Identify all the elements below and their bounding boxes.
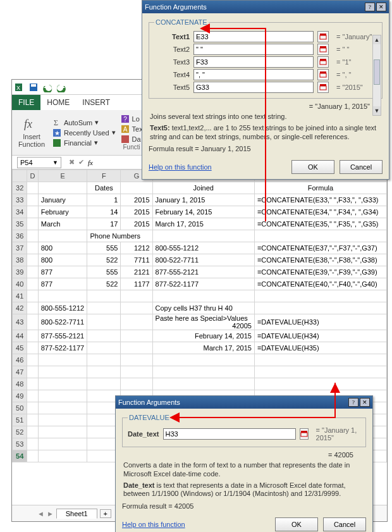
scroll-up-icon[interactable]: ▲ bbox=[373, 35, 381, 44]
col-header-D[interactable]: D bbox=[27, 170, 38, 182]
cell[interactable]: 877-522-1177 bbox=[152, 278, 254, 290]
cell[interactable]: 555 bbox=[87, 242, 121, 254]
cell[interactable]: Phone Numbers bbox=[87, 230, 152, 242]
col-header-F[interactable]: F bbox=[87, 170, 121, 182]
range-picker-icon[interactable] bbox=[317, 56, 329, 68]
row-header[interactable]: 41 bbox=[13, 290, 27, 302]
cell[interactable]: January bbox=[38, 194, 87, 206]
row-header[interactable]: 48 bbox=[13, 378, 27, 390]
close-icon[interactable]: ✕ bbox=[360, 398, 370, 407]
cell[interactable]: =CONCATENATE(E37,"-",F37,"-",G37) bbox=[254, 242, 386, 254]
ok-button[interactable]: OK bbox=[291, 160, 334, 174]
row-header[interactable]: 53 bbox=[13, 438, 27, 450]
cell[interactable]: 2015 bbox=[121, 218, 152, 230]
cell[interactable]: February 14, 2015 bbox=[152, 330, 254, 342]
row-header[interactable]: 52 bbox=[13, 426, 27, 438]
row-header[interactable]: 40 bbox=[13, 278, 27, 290]
args-scrollbar[interactable]: ▲▼ bbox=[372, 35, 381, 116]
cell[interactable]: =CONCATENATE(E38,"-",F38,"-",G38) bbox=[254, 254, 386, 266]
cell[interactable]: 877-555-2121 bbox=[152, 266, 254, 278]
redo-icon[interactable] bbox=[56, 82, 66, 92]
text3-input[interactable] bbox=[193, 56, 314, 68]
cell[interactable]: =CONCATENATE(E35," ",F35,", ",G35) bbox=[254, 218, 386, 230]
cell[interactable]: January 1, 2015 bbox=[152, 194, 254, 206]
ok-button[interactable]: OK bbox=[275, 517, 318, 531]
row-header[interactable]: 44 bbox=[13, 330, 27, 342]
range-picker-icon[interactable] bbox=[317, 31, 329, 42]
range-picker-icon[interactable] bbox=[317, 44, 329, 55]
recently-used-button[interactable]: ★Recently Used ▾ bbox=[52, 128, 116, 137]
cell[interactable]: 1 bbox=[87, 194, 121, 206]
cell[interactable]: 877 bbox=[38, 266, 87, 278]
cancel-button[interactable]: Cancel bbox=[323, 517, 366, 531]
range-picker-icon[interactable] bbox=[317, 82, 329, 93]
financial-button[interactable]: Financial ▾ bbox=[52, 139, 116, 147]
row-header[interactable]: 36 bbox=[13, 230, 27, 242]
cell[interactable]: 17 bbox=[87, 218, 121, 230]
save-icon[interactable] bbox=[28, 82, 39, 92]
cell[interactable]: Joined bbox=[152, 182, 254, 194]
cell[interactable]: February bbox=[38, 206, 87, 218]
cell[interactable]: 800 bbox=[38, 254, 87, 266]
add-sheet-button[interactable]: + bbox=[100, 509, 111, 518]
help-icon[interactable]: ? bbox=[365, 3, 375, 11]
cell[interactable]: 800-522-7711 bbox=[152, 254, 254, 266]
cell[interactable]: 800-555-1212 bbox=[38, 302, 87, 314]
cell[interactable]: March 17, 2015 bbox=[152, 342, 254, 354]
tab-insert[interactable]: INSERT bbox=[76, 95, 116, 110]
cell[interactable]: 1177 bbox=[121, 278, 152, 290]
cell[interactable]: 1212 bbox=[121, 242, 152, 254]
row-header[interactable]: 35 bbox=[13, 218, 27, 230]
cell[interactable]: February 14, 2015 bbox=[152, 206, 254, 218]
close-icon[interactable]: ✕ bbox=[376, 3, 386, 11]
cell[interactable]: 877-522-1177 bbox=[38, 342, 87, 354]
cell[interactable]: 800-522-7711 bbox=[38, 314, 87, 330]
sheet-nav-prev-icon[interactable]: ◄ bbox=[37, 510, 44, 517]
cell[interactable]: =DATEVALUE(H33) bbox=[254, 314, 386, 330]
row-header[interactable]: 34 bbox=[13, 206, 27, 218]
text4-input[interactable] bbox=[193, 69, 314, 80]
insert-function-button[interactable]: fx Insert Function bbox=[16, 113, 47, 152]
cell[interactable]: =CONCATENATE(E33," ",F33,", ",G33) bbox=[254, 194, 386, 206]
cell[interactable]: =CONCATENATE(E40,"-",F40,"-",G40) bbox=[254, 278, 386, 290]
col-header-E[interactable]: E bbox=[38, 170, 87, 182]
cell[interactable]: 2015 bbox=[121, 206, 152, 218]
row-header[interactable]: 54 bbox=[13, 450, 27, 462]
cell[interactable]: 877 bbox=[38, 278, 87, 290]
row-header[interactable]: 32 bbox=[13, 182, 27, 194]
row-header[interactable]: 50 bbox=[13, 402, 27, 414]
row-header[interactable]: 51 bbox=[13, 414, 27, 426]
autosum-button[interactable]: ΣAutoSum ▾ bbox=[52, 118, 116, 127]
cell[interactable]: Formula bbox=[254, 182, 386, 194]
tab-file[interactable]: FILE bbox=[12, 95, 40, 110]
row-header[interactable]: 47 bbox=[13, 366, 27, 378]
cell[interactable]: 2015 bbox=[121, 194, 152, 206]
accept-entry-icon[interactable]: ✔ bbox=[78, 158, 84, 166]
row-header[interactable]: 46 bbox=[13, 354, 27, 366]
cell[interactable]: March bbox=[38, 218, 87, 230]
scroll-thumb[interactable] bbox=[374, 59, 380, 85]
cell[interactable]: Copy cells H37 thru H 40 bbox=[152, 302, 254, 314]
row-header[interactable]: 42 bbox=[13, 302, 27, 314]
text2-input[interactable] bbox=[193, 44, 314, 55]
row-header[interactable]: 45 bbox=[13, 342, 27, 354]
cell[interactable]: March 17, 2015 bbox=[152, 218, 254, 230]
cell[interactable]: =CONCATENATE(E39,"-",F39,"-",G39) bbox=[254, 266, 386, 278]
row-header[interactable]: 49 bbox=[13, 390, 27, 402]
row-header[interactable]: 37 bbox=[13, 242, 27, 254]
dialog-titlebar[interactable]: Function Arguments ? ✕ bbox=[142, 1, 389, 13]
cell[interactable]: =DATEVALUE(H34) bbox=[254, 330, 386, 342]
row-header[interactable]: 38 bbox=[13, 254, 27, 266]
cell[interactable]: Dates bbox=[87, 182, 121, 194]
cell[interactable]: 7711 bbox=[121, 254, 152, 266]
help-link[interactable]: Help on this function bbox=[149, 163, 212, 171]
sheet-tab[interactable]: Sheet1 bbox=[56, 509, 97, 519]
tab-home[interactable]: HOME bbox=[40, 95, 76, 110]
row-header[interactable]: 33 bbox=[13, 194, 27, 206]
row-header[interactable]: 39 bbox=[13, 266, 27, 278]
help-icon[interactable]: ? bbox=[348, 398, 358, 407]
sheet-nav-next-icon[interactable]: ► bbox=[47, 510, 54, 517]
undo-icon[interactable] bbox=[42, 82, 52, 92]
cell[interactable]: 522 bbox=[87, 278, 121, 290]
datetime-button[interactable]: Da bbox=[121, 135, 143, 144]
